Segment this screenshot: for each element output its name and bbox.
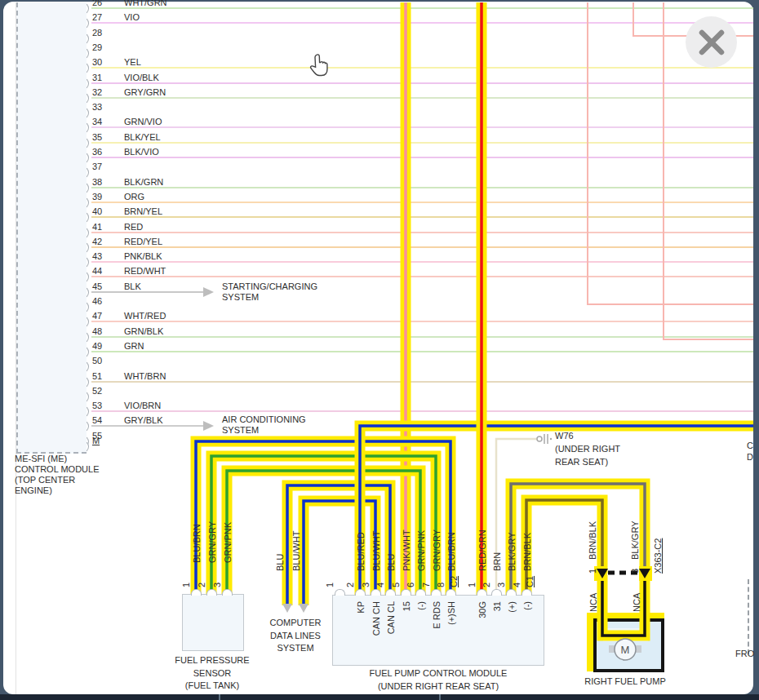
pin-socket	[371, 589, 381, 596]
module-pin-name: 31	[492, 601, 503, 611]
module-pin-name: CAN CH	[371, 601, 382, 636]
wire-color-label: GRN/PNK	[416, 530, 427, 571]
pin-number: 8	[436, 583, 446, 587]
pin-socket	[415, 589, 426, 596]
wire-color-label: BLU	[275, 554, 286, 571]
wire-row-line	[91, 82, 753, 84]
fuel-pressure-sensor-caption: FUEL PRESSURE SENSOR (FUEL TANK)	[151, 654, 273, 693]
bottom-bar-divider	[219, 694, 220, 700]
wire-row-line	[91, 187, 753, 188]
wire-color-label: BLU/BRN	[192, 524, 202, 563]
wire-row-line	[91, 126, 753, 128]
w76-splice-icon	[535, 432, 553, 445]
w76-label: W76 (UNDER RIGHT REAR SEAT)	[555, 431, 620, 467]
wire-color-label: RED/GRN	[477, 529, 488, 571]
wire-row-line	[91, 381, 753, 383]
wire-row-line	[91, 202, 753, 203]
connector-c1-label: C1	[525, 576, 535, 587]
pump-connector	[592, 565, 657, 582]
module-pin-name: (+)SH	[446, 601, 457, 625]
pin-socket	[431, 589, 442, 596]
wire-color-label: PNK/WHT	[402, 529, 412, 571]
bottom-bar	[0, 694, 759, 700]
wire-color-label: GRN/GRY	[432, 529, 442, 571]
wire-row-line	[91, 261, 753, 263]
wire-row-line	[91, 157, 753, 158]
pin-socket	[477, 589, 487, 596]
module-pin-name: (-)	[522, 601, 533, 610]
pin-socket	[385, 589, 396, 596]
module-pin-name: (-)	[416, 601, 427, 610]
background-wire	[632, 2, 634, 35]
wire-row-line	[91, 67, 753, 69]
wire-color-label: BLU/RED	[356, 532, 366, 571]
pin-number: 52	[92, 386, 102, 397]
nca-label: NCA	[588, 593, 599, 612]
pin-socket	[446, 589, 456, 596]
pin-number: 3	[496, 583, 507, 587]
pin-socket	[491, 589, 502, 596]
datalines-label: COMPUTER DATA LINES SYSTEM	[255, 617, 336, 655]
pin-number: 28	[92, 28, 102, 38]
wire-color-label: BRN/BLK	[522, 533, 533, 571]
wire-color-label: BRN	[492, 552, 503, 571]
nca-label: NCA	[632, 593, 642, 612]
connector-c2-label: C2	[449, 576, 459, 587]
pin-number: 46	[92, 296, 102, 307]
me-module-outline	[16, 2, 87, 454]
module-pin-name: (+)	[507, 601, 517, 613]
datalines-arrow-icon	[282, 604, 292, 613]
wire-color-label: BLK/GRY	[507, 533, 517, 572]
pin-number: 4	[375, 583, 386, 587]
wire-row-line	[91, 336, 753, 338]
pin-number: 2	[197, 583, 207, 587]
wire-row-line	[91, 142, 753, 144]
pin-number: 3	[361, 583, 371, 587]
pin-socket	[506, 589, 517, 596]
pin-number: 3	[212, 583, 223, 587]
wire-row-line	[91, 232, 753, 233]
ac-system-label: AIR CONDITIONING SYSTEM	[222, 414, 306, 436]
pin-number: 29	[92, 42, 102, 53]
wire-row-line	[91, 246, 753, 248]
wire-color-label: BLU/WHT	[291, 531, 302, 572]
ground-m-label: M	[92, 436, 100, 446]
background-wire	[663, 2, 664, 339]
close-icon	[697, 28, 726, 57]
wire-color-label: BLK/GRY	[630, 521, 641, 560]
pin-number: 7	[421, 583, 432, 587]
edge-dashed-line	[748, 579, 749, 654]
pump-motor-icon: M	[607, 637, 643, 663]
close-button[interactable]	[686, 16, 737, 68]
edge-text-fragment: D	[747, 452, 753, 463]
hand-cursor-icon	[308, 54, 330, 82]
wire-color-label: BRN/BLK	[588, 521, 598, 560]
pump-connector-label: X363-C2	[653, 538, 664, 574]
background-wire	[587, 2, 588, 303]
starting-system-label: STARTING/CHARGING SYSTEM	[222, 281, 317, 303]
ac-system-arrow-icon	[203, 421, 214, 431]
wire-row-line	[91, 7, 753, 9]
pin-number: 4	[512, 583, 522, 587]
wire-color-label: GRN/GRY	[207, 521, 218, 563]
datalines-arrow-icon	[299, 604, 308, 613]
bottom-bar-divider	[439, 694, 441, 700]
pin-number: 1	[467, 583, 477, 587]
wire-row-line	[91, 276, 753, 277]
wire-color-label: BLU	[386, 554, 397, 571]
wire-row-line	[91, 22, 753, 24]
wire-color-label: BLU/BRN	[446, 532, 457, 571]
module-pin-name: 15	[402, 601, 412, 611]
right-fuel-pump-caption: RIGHT FUEL PUMP	[571, 676, 679, 689]
wire-row-line	[91, 351, 753, 352]
module-pin-name: E RDS	[432, 601, 442, 629]
edge-text-fragment: C	[747, 441, 753, 451]
pin-number: 1	[181, 583, 192, 587]
pin-socket	[191, 589, 202, 596]
pin-number: 5	[391, 583, 402, 587]
pin-socket	[355, 589, 366, 596]
wire-row-line	[91, 425, 203, 427]
background-wire	[663, 339, 753, 340]
pin-number: 37	[92, 162, 102, 172]
wire-row-line	[91, 291, 203, 293]
